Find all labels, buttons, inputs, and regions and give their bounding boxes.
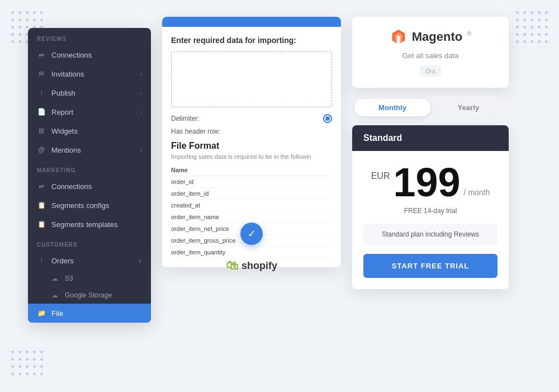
- plan-body: EUR 199 / month FREE 14-day trial Standa…: [352, 151, 509, 289]
- confirm-button[interactable]: ✓: [240, 223, 263, 245]
- sidebar-item-label: Report: [51, 108, 73, 116]
- section-label-reviews: REVIEWS: [28, 28, 151, 45]
- pricing-card: Standard EUR 199 / month FREE 14-day tri…: [352, 125, 509, 289]
- plan-features: Standard plan including Reviews: [363, 224, 498, 245]
- shopify-icon: 🛍: [226, 258, 238, 273]
- price-number: 199: [393, 162, 460, 202]
- price-currency: EUR: [371, 171, 390, 181]
- file-format-title: File Format: [171, 141, 332, 151]
- section-label-marketing: MARKETING: [28, 159, 151, 177]
- magento-name: Magento: [412, 30, 462, 44]
- header-row-field: Has header row:: [171, 127, 332, 135]
- report-icon: 📄: [37, 107, 46, 116]
- link-icon: ⇌: [37, 50, 46, 59]
- sidebar-item-report[interactable]: 📄 Report ›: [28, 102, 151, 121]
- magento-icon: [390, 28, 408, 46]
- delimiter-label: Delimiter:: [171, 115, 216, 122]
- link-icon: ⇌: [37, 182, 46, 191]
- sidebar-item-label: Segments templates: [51, 220, 118, 229]
- sidebar-item-mentions[interactable]: @ Mentions ›: [28, 140, 151, 159]
- sidebar-item-connections-reviews[interactable]: ⇌ Connections: [28, 45, 151, 64]
- magento-trademark: ®: [467, 30, 471, 37]
- chevron-down-icon: ∨: [138, 258, 142, 264]
- sidebar-item-segments-templates[interactable]: 📋 Segments templates: [28, 215, 151, 234]
- sidebar-item-connections-marketing[interactable]: ⇌ Connections: [28, 177, 151, 196]
- sidebar-item-label: Invitations: [51, 70, 84, 78]
- sidebar-sub-label: S3: [65, 275, 73, 282]
- at-sign-icon: @: [37, 145, 46, 154]
- delimiter-radio[interactable]: [323, 114, 332, 123]
- magento-dra-badge: Dra: [420, 65, 441, 77]
- sidebar-item-invitations[interactable]: ✉ Invitations ›: [28, 64, 151, 83]
- sidebar-item-label: Connections: [51, 182, 92, 191]
- file-icon: 📋: [37, 220, 46, 229]
- chevron-right-icon: ›: [140, 147, 142, 153]
- toggle-monthly-button[interactable]: Monthly: [354, 99, 430, 116]
- start-trial-button[interactable]: START FREE TRIAL: [363, 254, 498, 278]
- chevron-right-icon: ›: [140, 90, 142, 96]
- cloud-icon: ☁: [51, 291, 59, 299]
- cloud-icon: ☁: [51, 275, 59, 282]
- arrow-up-icon: ↑: [37, 256, 46, 265]
- sidebar-item-label: Widgets: [51, 127, 78, 135]
- import-title: Enter required data for importing:: [171, 36, 332, 45]
- import-panel-header: [162, 17, 341, 27]
- main-container: REVIEWS ⇌ Connections ✉ Invitations › ↑ …: [28, 17, 531, 375]
- sidebar-item-orders[interactable]: ↑ Orders ∨: [28, 251, 151, 270]
- file-icon: 📋: [37, 201, 46, 210]
- sidebar-item-label: Publish: [51, 89, 75, 97]
- pricing-toggle: Monthly Yearly: [352, 97, 509, 119]
- table-row: order_item_id: [171, 188, 332, 200]
- price-period: / month: [464, 188, 490, 197]
- sidebar-item-label: Segments configs: [51, 201, 109, 210]
- magento-subtitle: Get all sales data: [363, 51, 498, 60]
- toggle-yearly-button[interactable]: Yearly: [430, 99, 506, 116]
- table-row: created_at: [171, 200, 332, 211]
- chevron-right-icon: ›: [140, 109, 142, 115]
- sidebar-item-label: File: [51, 309, 63, 318]
- sidebar-item-file[interactable]: 📁 File: [28, 304, 151, 323]
- pricing-panel: Magento ® Get all sales data Dra Monthly…: [352, 17, 509, 289]
- header-row-label: Has header row:: [171, 127, 220, 135]
- sidebar-panel: REVIEWS ⇌ Connections ✉ Invitations › ↑ …: [28, 28, 151, 323]
- upload-icon: ↑: [37, 88, 46, 97]
- sidebar-sub-s3[interactable]: ☁ S3: [28, 270, 151, 287]
- grid-icon: ⊞: [37, 126, 46, 135]
- import-drop-area[interactable]: [171, 51, 332, 107]
- magento-logo: Magento ®: [363, 28, 498, 46]
- sidebar-item-label: Connections: [51, 51, 92, 59]
- magento-card: Magento ® Get all sales data Dra: [352, 17, 509, 88]
- shopify-name: shopify: [241, 260, 277, 272]
- envelope-icon: ✉: [37, 69, 46, 78]
- table-row: order_id: [171, 176, 332, 188]
- trial-text: FREE 14-day trial: [363, 207, 498, 215]
- sidebar-item-publish[interactable]: ↑ Publish ›: [28, 83, 151, 102]
- price-display: EUR 199 / month: [363, 162, 498, 202]
- shopify-logo: 🛍 shopify: [226, 258, 277, 273]
- chevron-right-icon: ›: [140, 71, 142, 77]
- section-label-customers: CUSTOMERS: [28, 234, 151, 251]
- sidebar-sub-google-storage[interactable]: ☁ Google Storage: [28, 287, 151, 304]
- table-row: order_item_quantity: [171, 247, 332, 258]
- file-icon: 📁: [37, 309, 46, 318]
- delimiter-row: Delimiter:: [171, 114, 332, 123]
- plan-feature-text: Standard plan including Reviews: [372, 230, 489, 238]
- sidebar-sub-label: Google Storage: [65, 291, 112, 299]
- table-column-header: Name: [171, 164, 332, 176]
- sidebar-item-widgets[interactable]: ⊞ Widgets: [28, 121, 151, 140]
- sidebar-item-label: Orders: [51, 257, 74, 265]
- table-row: order_item_name: [171, 211, 332, 223]
- file-format-desc: Importing sales data is required to be i…: [171, 153, 332, 160]
- import-panel-wrapper: Enter required data for importing: Delim…: [162, 17, 341, 267]
- plan-name: Standard: [352, 125, 509, 151]
- sidebar-item-label: Mentions: [51, 146, 81, 154]
- sidebar-item-segments-configs[interactable]: 📋 Segments configs: [28, 196, 151, 215]
